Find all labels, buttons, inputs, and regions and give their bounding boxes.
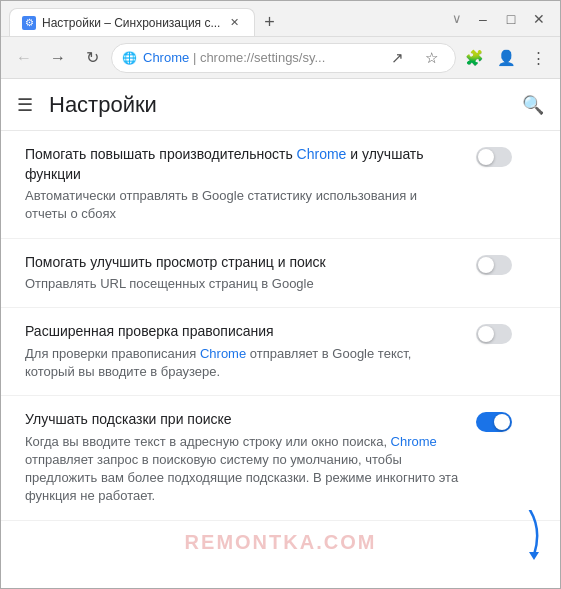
share-icon[interactable]: ↗: [383, 44, 411, 72]
star-icon[interactable]: ☆: [417, 44, 445, 72]
maximize-button[interactable]: □: [498, 6, 524, 32]
chrome-highlight-4: Chrome: [391, 434, 437, 449]
tab-close-button[interactable]: ✕: [226, 15, 242, 31]
back-button[interactable]: ←: [9, 43, 39, 73]
titlebar: ⚙ Настройки – Синхронизация с... ✕ + ∨ –…: [1, 1, 560, 37]
settings-item-2-title: Помогать улучшить просмотр страниц и пои…: [25, 253, 460, 273]
new-tab-button[interactable]: +: [255, 8, 283, 36]
settings-item-3-text: Расширенная проверка правописания Для пр…: [25, 322, 460, 381]
settings-item-3: Расширенная проверка правописания Для пр…: [1, 308, 560, 396]
close-button[interactable]: ✕: [526, 6, 552, 32]
page-title: Настройки: [49, 92, 506, 118]
settings-item-3-title: Расширенная проверка правописания: [25, 322, 460, 342]
forward-button[interactable]: →: [43, 43, 73, 73]
extensions-button[interactable]: 🧩: [460, 44, 488, 72]
titlebar-spacer: ∨: [452, 11, 466, 26]
settings-item-1-text: Помогать повышать производительность Chr…: [25, 145, 460, 224]
url-separator: |: [193, 50, 200, 65]
settings-item-2-desc: Отправлять URL посещенных страниц в Goog…: [25, 275, 460, 293]
profile-button[interactable]: 👤: [492, 44, 520, 72]
tab-favicon: ⚙: [22, 16, 36, 30]
hamburger-menu-icon[interactable]: ☰: [17, 94, 33, 116]
search-icon[interactable]: 🔍: [522, 94, 544, 116]
settings-item-2-text: Помогать улучшить просмотр страниц и пои…: [25, 253, 460, 294]
settings-item-2: Помогать улучшить просмотр страниц и пои…: [1, 239, 560, 309]
settings-item-1-desc: Автоматически отправлять в Google статис…: [25, 187, 460, 223]
content-area: Помогать повышать производительность Chr…: [1, 131, 560, 589]
toggle-thumb-2: [478, 257, 494, 273]
chrome-highlight-3: Chrome: [200, 346, 246, 361]
watermark: REMONTKA.COM: [1, 521, 560, 560]
lock-icon: 🌐: [122, 51, 137, 65]
refresh-button[interactable]: ↻: [77, 43, 107, 73]
page-header: ☰ Настройки 🔍: [1, 79, 560, 131]
settings-item-4: Улучшать подсказки при поиске Когда вы в…: [1, 396, 560, 520]
menu-button[interactable]: ⋮: [524, 44, 552, 72]
chevron-down-icon: ∨: [452, 11, 462, 26]
address-bar[interactable]: 🌐 Chrome | chrome://settings/sy... ↗ ☆: [111, 43, 456, 73]
url-rest: chrome://settings/sy...: [200, 50, 325, 65]
settings-toggle-4[interactable]: [476, 412, 512, 432]
tab-title: Настройки – Синхронизация с...: [42, 16, 220, 30]
active-tab[interactable]: ⚙ Настройки – Синхронизация с... ✕: [9, 8, 255, 36]
arrow-indicator: [514, 510, 546, 560]
settings-toggle-3[interactable]: [476, 324, 512, 344]
settings-item-1: Помогать повышать производительность Chr…: [1, 131, 560, 239]
settings-item-4-text: Улучшать подсказки при поиске Когда вы в…: [25, 410, 460, 505]
toolbar: ← → ↻ 🌐 Chrome | chrome://settings/sy...…: [1, 37, 560, 79]
settings-item-4-title: Улучшать подсказки при поиске: [25, 410, 460, 430]
settings-item-3-desc: Для проверки правописания Chrome отправл…: [25, 345, 460, 381]
url-text: Chrome | chrome://settings/sy...: [143, 50, 377, 65]
window-controls: – □ ✕: [470, 6, 552, 32]
settings-toggle-1[interactable]: [476, 147, 512, 167]
svg-marker-0: [529, 552, 539, 560]
toggle-thumb-1: [478, 149, 494, 165]
chrome-highlight: Chrome: [297, 146, 347, 162]
settings-item-1-title: Помогать повышать производительность Chr…: [25, 145, 460, 184]
settings-item-4-desc: Когда вы вводите текст в адресную строку…: [25, 433, 460, 506]
minimize-button[interactable]: –: [470, 6, 496, 32]
tab-area: ⚙ Настройки – Синхронизация с... ✕ +: [9, 1, 448, 36]
settings-toggle-2[interactable]: [476, 255, 512, 275]
url-chrome: Chrome: [143, 50, 189, 65]
